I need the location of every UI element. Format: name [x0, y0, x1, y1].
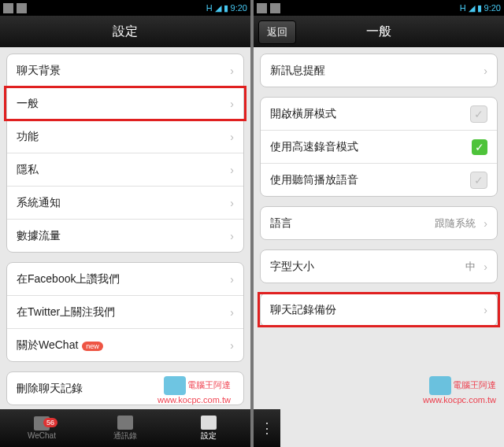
highlight-box — [4, 86, 246, 121]
chevron-right-icon: › — [230, 197, 234, 209]
phone-right: H◢▮9:20 返回 一般 新訊息提醒›開啟橫屏模式✓使用高速錄音模式✓使用聽筒… — [254, 0, 504, 447]
fb-icon — [17, 3, 27, 13]
row-label: 語言 — [270, 216, 292, 231]
chevron-right-icon: › — [484, 260, 487, 273]
row-label: 使用高速錄音模式 — [270, 140, 358, 154]
row-label: 數據流量 — [17, 229, 61, 243]
row-label: 使用聽筒播放語音 — [270, 173, 358, 187]
general-list: 新訊息提醒›開啟橫屏模式✓使用高速錄音模式✓使用聽筒播放語音✓語言跟隨系統›字型… — [254, 47, 504, 447]
net-indicator: H — [206, 3, 213, 13]
row-label: 隱私 — [17, 163, 39, 177]
row-value: 跟隨系統 — [435, 216, 476, 231]
row-新訊息提醒[interactable]: 新訊息提醒› — [261, 54, 497, 87]
gallery-icon — [257, 3, 267, 13]
back-button[interactable]: 返回 — [258, 20, 296, 44]
row-數據流量[interactable]: 數據流量› — [7, 220, 243, 252]
fb-icon — [270, 3, 280, 13]
chevron-right-icon: › — [230, 131, 234, 143]
status-bar: H◢▮9:20 — [0, 0, 250, 16]
tab-bar: WeChat56通訊錄設定 — [0, 409, 250, 447]
tab-WeChat[interactable]: WeChat56 — [0, 416, 83, 440]
chevron-right-icon: › — [484, 65, 487, 77]
row-label: 關於WeChatnew — [17, 338, 103, 353]
chevron-right-icon: › — [484, 217, 487, 230]
row-隱私[interactable]: 隱私› — [7, 153, 243, 187]
row-字型大小[interactable]: 字型大小中› — [261, 250, 497, 283]
row-語言[interactable]: 語言跟隨系統› — [261, 207, 497, 239]
tab-通訊錄[interactable]: 通訊錄 — [83, 416, 167, 441]
checkbox[interactable]: ✓ — [470, 172, 487, 189]
chevron-right-icon: › — [230, 98, 234, 110]
tab-label: 通訊錄 — [113, 430, 137, 441]
row-label: 系統通知 — [17, 196, 61, 210]
tab-icon — [201, 416, 217, 430]
menu-button[interactable]: ⋮ — [254, 409, 280, 447]
row-聊天背景[interactable]: 聊天背景› — [7, 54, 243, 87]
chevron-right-icon: › — [230, 65, 234, 77]
row-label: 字型大小 — [270, 260, 314, 274]
row-label: 一般 — [17, 97, 39, 111]
new-badge: new — [82, 342, 103, 351]
row-value: 中 — [465, 260, 476, 274]
settings-list: 聊天背景›一般›功能›隱私›系統通知›數據流量›在Facebook上讚我們›在T… — [0, 47, 250, 447]
row-開啟橫屏模式[interactable]: 開啟橫屏模式✓ — [261, 98, 497, 131]
row-label: 刪除聊天記錄 — [17, 382, 83, 396]
row-label: 聊天背景 — [17, 64, 61, 78]
checkbox[interactable]: ✓ — [472, 139, 487, 155]
tab-label: WeChat — [28, 431, 56, 440]
row-label: 開啟橫屏模式 — [270, 107, 336, 121]
row-label: 聊天記錄備份 — [270, 303, 336, 317]
row-使用聽筒播放語音[interactable]: 使用聽筒播放語音✓ — [261, 164, 497, 196]
clock: 9:20 — [231, 3, 247, 13]
chevron-right-icon: › — [230, 273, 234, 286]
chevron-right-icon: › — [230, 164, 234, 176]
row-label: 在Twitter上關注我們 — [17, 305, 115, 320]
row-在Facebook上讚我們[interactable]: 在Facebook上讚我們› — [7, 263, 243, 296]
row-聊天記錄備份[interactable]: 聊天記錄備份› — [261, 294, 497, 326]
tab-label: 設定 — [201, 430, 217, 441]
row-功能[interactable]: 功能› — [7, 120, 243, 153]
checkbox[interactable]: ✓ — [470, 105, 487, 123]
row-系統通知[interactable]: 系統通知› — [7, 187, 243, 220]
row-一般[interactable]: 一般› — [7, 87, 243, 120]
row-使用高速錄音模式[interactable]: 使用高速錄音模式✓ — [261, 131, 497, 164]
row-在Twitter上關注我們[interactable]: 在Twitter上關注我們› — [7, 296, 243, 329]
row-label: 新訊息提醒 — [270, 64, 325, 78]
net-indicator: H — [460, 3, 466, 13]
phone-left: H◢▮9:20 設定 聊天背景›一般›功能›隱私›系統通知›數據流量›在Face… — [0, 0, 250, 447]
title-bar: 設定 — [0, 16, 250, 47]
tab-設定[interactable]: 設定 — [167, 416, 250, 441]
row-刪除聊天記錄[interactable]: 刪除聊天記錄 — [7, 372, 243, 405]
row-關於WeChat[interactable]: 關於WeChatnew› — [7, 329, 243, 361]
chevron-right-icon: › — [230, 339, 234, 352]
status-bar: H◢▮9:20 — [254, 0, 504, 16]
row-label: 功能 — [17, 130, 39, 144]
title-bar: 返回 一般 — [254, 16, 504, 47]
chevron-right-icon: › — [230, 230, 234, 242]
row-label: 在Facebook上讚我們 — [17, 272, 120, 286]
chevron-right-icon: › — [484, 304, 487, 316]
gallery-icon — [3, 3, 13, 13]
badge: 56 — [43, 418, 57, 427]
tab-icon — [117, 416, 133, 430]
chevron-right-icon: › — [230, 306, 234, 319]
page-title: 設定 — [0, 24, 250, 40]
clock: 9:20 — [484, 3, 501, 13]
